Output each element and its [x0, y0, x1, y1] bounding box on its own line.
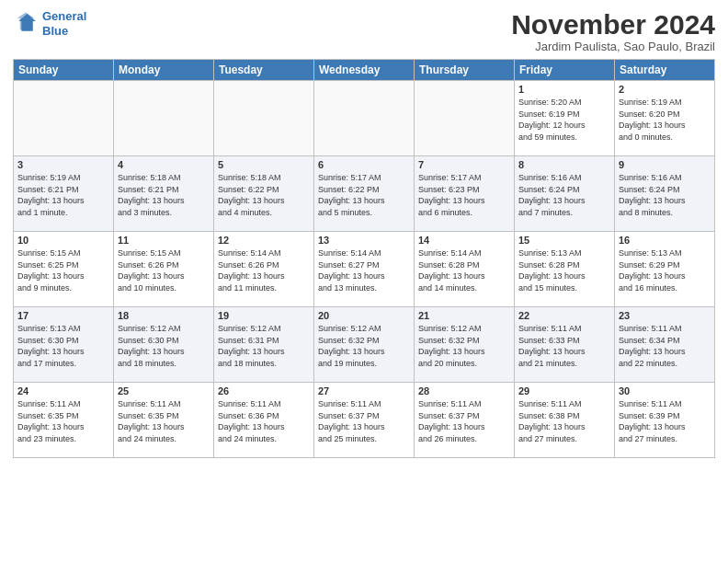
day-info: Sunrise: 5:12 AM Sunset: 6:32 PM Dayligh…	[418, 323, 510, 369]
calendar-day-cell: 20Sunrise: 5:12 AM Sunset: 6:32 PM Dayli…	[314, 307, 415, 383]
calendar-day-cell: 30Sunrise: 5:11 AM Sunset: 6:39 PM Dayli…	[615, 383, 715, 458]
day-number: 30	[619, 385, 711, 396]
page: General Blue November 2024 Jardim Paulis…	[0, 0, 728, 464]
day-info: Sunrise: 5:12 AM Sunset: 6:32 PM Dayligh…	[318, 323, 410, 369]
day-number: 18	[118, 310, 210, 321]
calendar-empty-cell	[14, 81, 114, 156]
day-info: Sunrise: 5:11 AM Sunset: 6:35 PM Dayligh…	[17, 398, 109, 444]
day-number: 11	[118, 235, 210, 246]
calendar-day-cell: 12Sunrise: 5:14 AM Sunset: 6:26 PM Dayli…	[214, 232, 314, 307]
day-info: Sunrise: 5:16 AM Sunset: 6:24 PM Dayligh…	[518, 172, 610, 218]
column-header-friday: Friday	[515, 60, 615, 81]
day-info: Sunrise: 5:17 AM Sunset: 6:23 PM Dayligh…	[418, 172, 510, 218]
day-number: 19	[218, 310, 310, 321]
day-info: Sunrise: 5:15 AM Sunset: 6:25 PM Dayligh…	[17, 247, 109, 293]
day-info: Sunrise: 5:20 AM Sunset: 6:19 PM Dayligh…	[518, 97, 610, 143]
calendar-day-cell: 26Sunrise: 5:11 AM Sunset: 6:36 PM Dayli…	[214, 383, 314, 458]
column-header-tuesday: Tuesday	[214, 60, 314, 81]
calendar-day-cell: 7Sunrise: 5:17 AM Sunset: 6:23 PM Daylig…	[415, 156, 515, 232]
calendar-empty-cell	[314, 81, 415, 156]
calendar-day-cell: 16Sunrise: 5:13 AM Sunset: 6:29 PM Dayli…	[615, 232, 715, 307]
day-info: Sunrise: 5:12 AM Sunset: 6:31 PM Dayligh…	[218, 323, 310, 369]
day-info: Sunrise: 5:17 AM Sunset: 6:22 PM Dayligh…	[318, 172, 410, 218]
day-info: Sunrise: 5:19 AM Sunset: 6:20 PM Dayligh…	[619, 97, 711, 143]
day-number: 1	[518, 84, 610, 95]
calendar-week-row: 1Sunrise: 5:20 AM Sunset: 6:19 PM Daylig…	[14, 81, 715, 156]
day-number: 14	[418, 235, 510, 246]
day-info: Sunrise: 5:18 AM Sunset: 6:21 PM Dayligh…	[118, 172, 210, 218]
day-number: 23	[619, 310, 711, 321]
calendar-day-cell: 11Sunrise: 5:15 AM Sunset: 6:26 PM Dayli…	[114, 232, 214, 307]
calendar-empty-cell	[114, 81, 214, 156]
day-number: 7	[418, 159, 510, 170]
calendar-day-cell: 6Sunrise: 5:17 AM Sunset: 6:22 PM Daylig…	[314, 156, 415, 232]
day-number: 4	[118, 159, 210, 170]
day-info: Sunrise: 5:19 AM Sunset: 6:21 PM Dayligh…	[17, 172, 109, 218]
day-number: 22	[518, 310, 610, 321]
calendar-day-cell: 28Sunrise: 5:11 AM Sunset: 6:37 PM Dayli…	[415, 383, 515, 458]
calendar-week-row: 3Sunrise: 5:19 AM Sunset: 6:21 PM Daylig…	[14, 156, 715, 232]
day-info: Sunrise: 5:16 AM Sunset: 6:24 PM Dayligh…	[619, 172, 711, 218]
day-info: Sunrise: 5:13 AM Sunset: 6:29 PM Dayligh…	[619, 247, 711, 293]
column-header-thursday: Thursday	[415, 60, 515, 81]
day-info: Sunrise: 5:15 AM Sunset: 6:26 PM Dayligh…	[118, 247, 210, 293]
day-info: Sunrise: 5:11 AM Sunset: 6:35 PM Dayligh…	[118, 398, 210, 444]
day-number: 6	[318, 159, 410, 170]
location-subtitle: Jardim Paulista, Sao Paulo, Brazil	[511, 40, 715, 53]
day-number: 9	[619, 159, 711, 170]
day-number: 3	[17, 159, 109, 170]
calendar-day-cell: 21Sunrise: 5:12 AM Sunset: 6:32 PM Dayli…	[415, 307, 515, 383]
day-info: Sunrise: 5:14 AM Sunset: 6:26 PM Dayligh…	[218, 247, 310, 293]
day-info: Sunrise: 5:11 AM Sunset: 6:34 PM Dayligh…	[619, 323, 711, 369]
calendar-day-cell: 25Sunrise: 5:11 AM Sunset: 6:35 PM Dayli…	[114, 383, 214, 458]
day-number: 10	[17, 235, 109, 246]
calendar-day-cell: 24Sunrise: 5:11 AM Sunset: 6:35 PM Dayli…	[14, 383, 114, 458]
day-number: 12	[218, 235, 310, 246]
day-number: 27	[318, 385, 410, 396]
column-header-saturday: Saturday	[615, 60, 715, 81]
calendar-week-row: 24Sunrise: 5:11 AM Sunset: 6:35 PM Dayli…	[14, 383, 715, 458]
day-number: 16	[619, 235, 711, 246]
calendar-week-row: 17Sunrise: 5:13 AM Sunset: 6:30 PM Dayli…	[14, 307, 715, 383]
logo-icon	[13, 11, 39, 37]
column-header-sunday: Sunday	[14, 60, 114, 81]
calendar-day-cell: 5Sunrise: 5:18 AM Sunset: 6:22 PM Daylig…	[214, 156, 314, 232]
calendar-day-cell: 18Sunrise: 5:12 AM Sunset: 6:30 PM Dayli…	[114, 307, 214, 383]
day-number: 13	[318, 235, 410, 246]
calendar-day-cell: 17Sunrise: 5:13 AM Sunset: 6:30 PM Dayli…	[14, 307, 114, 383]
day-number: 17	[17, 310, 109, 321]
calendar-day-cell: 29Sunrise: 5:11 AM Sunset: 6:38 PM Dayli…	[515, 383, 615, 458]
calendar-day-cell: 23Sunrise: 5:11 AM Sunset: 6:34 PM Dayli…	[615, 307, 715, 383]
calendar-day-cell: 2Sunrise: 5:19 AM Sunset: 6:20 PM Daylig…	[615, 81, 715, 156]
day-info: Sunrise: 5:13 AM Sunset: 6:30 PM Dayligh…	[17, 323, 109, 369]
day-number: 26	[218, 385, 310, 396]
calendar-day-cell: 27Sunrise: 5:11 AM Sunset: 6:37 PM Dayli…	[314, 383, 415, 458]
day-number: 21	[418, 310, 510, 321]
calendar-day-cell: 15Sunrise: 5:13 AM Sunset: 6:28 PM Dayli…	[515, 232, 615, 307]
calendar-day-cell: 8Sunrise: 5:16 AM Sunset: 6:24 PM Daylig…	[515, 156, 615, 232]
day-info: Sunrise: 5:18 AM Sunset: 6:22 PM Dayligh…	[218, 172, 310, 218]
day-info: Sunrise: 5:12 AM Sunset: 6:30 PM Dayligh…	[118, 323, 210, 369]
calendar-empty-cell	[415, 81, 515, 156]
day-info: Sunrise: 5:11 AM Sunset: 6:37 PM Dayligh…	[318, 398, 410, 444]
day-number: 5	[218, 159, 310, 170]
logo-text: General Blue	[42, 9, 86, 38]
day-number: 28	[418, 385, 510, 396]
calendar-day-cell: 22Sunrise: 5:11 AM Sunset: 6:33 PM Dayli…	[515, 307, 615, 383]
day-info: Sunrise: 5:14 AM Sunset: 6:28 PM Dayligh…	[418, 247, 510, 293]
day-number: 25	[118, 385, 210, 396]
column-header-monday: Monday	[114, 60, 214, 81]
day-number: 2	[619, 84, 711, 95]
day-number: 20	[318, 310, 410, 321]
calendar-header-row: SundayMondayTuesdayWednesdayThursdayFrid…	[14, 60, 715, 81]
calendar-day-cell: 3Sunrise: 5:19 AM Sunset: 6:21 PM Daylig…	[14, 156, 114, 232]
header: General Blue November 2024 Jardim Paulis…	[13, 9, 715, 53]
day-info: Sunrise: 5:11 AM Sunset: 6:37 PM Dayligh…	[418, 398, 510, 444]
day-number: 15	[518, 235, 610, 246]
calendar-week-row: 10Sunrise: 5:15 AM Sunset: 6:25 PM Dayli…	[14, 232, 715, 307]
day-info: Sunrise: 5:14 AM Sunset: 6:27 PM Dayligh…	[318, 247, 410, 293]
month-title: November 2024	[511, 9, 715, 40]
calendar-day-cell: 4Sunrise: 5:18 AM Sunset: 6:21 PM Daylig…	[114, 156, 214, 232]
calendar-table: SundayMondayTuesdayWednesdayThursdayFrid…	[13, 59, 715, 458]
day-number: 24	[17, 385, 109, 396]
